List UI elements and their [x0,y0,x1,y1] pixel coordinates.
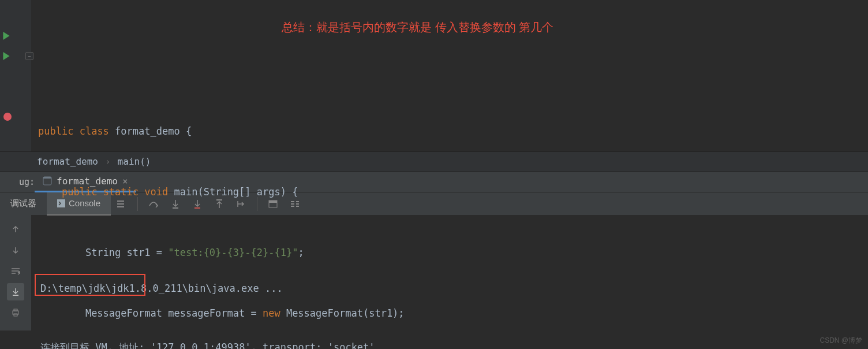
console-line: D:\temp\jdk\jdk1.8.0_211\bin\java.exe ..… [40,279,410,298]
code-area[interactable]: 总结：就是括号内的数字就是 传入替换参数的 第几个 public class f… [33,0,553,151]
watermark: CSDN @博梦 [820,336,862,346]
run-class-icon[interactable] [2,32,10,40]
editor-pane: − 总结：就是括号内的数字就是 传入替换参数的 第几个 public class… [0,0,868,151]
gutter [0,0,31,151]
scroll-up-icon[interactable] [7,221,24,238]
svg-rect-8 [13,295,18,296]
code-line [38,61,553,81]
code-line: public static void main(String[] args) { [38,182,553,202]
breakpoint-icon[interactable] [3,113,12,121]
run-method-icon[interactable] [2,52,10,60]
soft-wrap-icon[interactable] [7,262,24,280]
fold-toggle-icon[interactable]: − [25,52,33,60]
console-output[interactable]: D:\temp\jdk\jdk1.8.0_211\bin\java.exe ..… [31,215,420,331]
code-line: public class format_demo { [38,121,553,142]
print-icon[interactable] [7,304,24,321]
scroll-down-icon[interactable] [7,242,24,259]
annotation-text: 总结：就是括号内的数字就是 传入替换参数的 第几个 [282,17,553,38]
scroll-to-end-icon[interactable] [7,283,24,300]
svg-rect-10 [14,309,17,311]
console-line: 连接到目标 VM, 地址: '127.0.0.1:49938', transpo… [40,337,410,349]
debug-toolwindow-label: ug: [0,177,35,187]
console-side-toolbar [0,215,31,331]
